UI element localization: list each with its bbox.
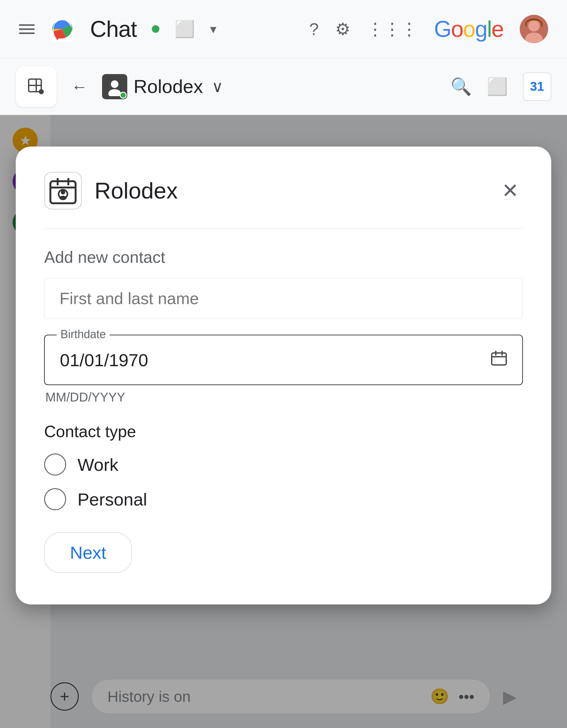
sub-header-right: 🔍 ⬜ 31 [450,72,551,101]
svg-point-17 [61,190,65,194]
chat-room-title: Rolodex [134,76,203,97]
chrome-bar: Chat ⬜ ▾ ? ⚙ ⋮⋮⋮ Google [0,0,567,58]
contact-type-label: Contact type [44,422,523,441]
modal-overlay: Rolodex ✕ Add new contact Birthdate 01/0… [0,115,567,728]
window-tab-icon[interactable]: ⬜ [175,20,195,39]
user-avatar[interactable] [520,15,548,43]
birthdate-value: 01/01/1970 [60,350,484,370]
date-format-hint: MM/DD/YYYY [45,390,523,404]
main-background: ★ H P + History is on 🙂 ••• ▶ [0,115,567,728]
chat-header-icon [102,74,127,99]
svg-point-3 [528,20,540,32]
google-logo: Google [434,16,503,42]
split-view-icon[interactable]: ⬜ [487,77,508,96]
radio-label-personal: Personal [78,489,147,510]
form-section-title: Add new contact [44,248,523,267]
modal-header: Rolodex ✕ [44,172,523,229]
modal-app-icon [44,172,82,210]
search-icon[interactable]: 🔍 [450,77,471,96]
svg-rect-19 [492,353,506,365]
chevron-down-icon[interactable]: ▾ [210,22,217,36]
chat-name-chevron-icon[interactable]: ∨ [212,78,223,96]
compose-button[interactable] [16,66,57,107]
radio-option-personal[interactable]: Personal [44,488,523,510]
name-input[interactable] [44,278,523,319]
chrome-right-controls: ? ⚙ ⋮⋮⋮ Google [309,15,548,43]
rolodex-modal: Rolodex ✕ Add new contact Birthdate 01/0… [16,147,551,604]
calendar-picker-icon[interactable] [491,350,507,370]
modal-close-button[interactable]: ✕ [498,178,523,203]
birthdate-label: Birthdate [57,328,110,341]
help-icon[interactable]: ? [309,19,319,39]
modal-title: Rolodex [95,178,485,204]
sub-header: ← Rolodex ∨ 🔍 ⬜ 31 [0,58,567,115]
status-dot [152,25,159,33]
online-status-dot [120,92,127,99]
svg-point-8 [39,89,44,94]
radio-circle-work [44,454,66,476]
radio-circle-personal [44,488,66,510]
chat-name-header: Rolodex ∨ [102,74,223,99]
settings-icon[interactable]: ⚙ [335,19,350,39]
calendar-button[interactable]: 31 [523,72,551,101]
birthdate-wrapper: Birthdate 01/01/1970 [44,335,523,385]
apps-icon[interactable]: ⋮⋮⋮ [367,19,418,39]
contact-type-radio-group: Work Personal [44,454,523,510]
svg-point-10 [111,80,119,88]
app-logo [50,16,75,42]
birthdate-field[interactable]: 01/01/1970 [44,335,523,385]
radio-label-work: Work [78,454,119,475]
hamburger-menu-button[interactable] [19,24,35,34]
back-button[interactable]: ← [68,74,91,99]
svg-point-18 [60,196,67,200]
app-title: Chat [90,16,137,42]
next-button[interactable]: Next [44,532,132,573]
radio-option-work[interactable]: Work [44,454,523,476]
